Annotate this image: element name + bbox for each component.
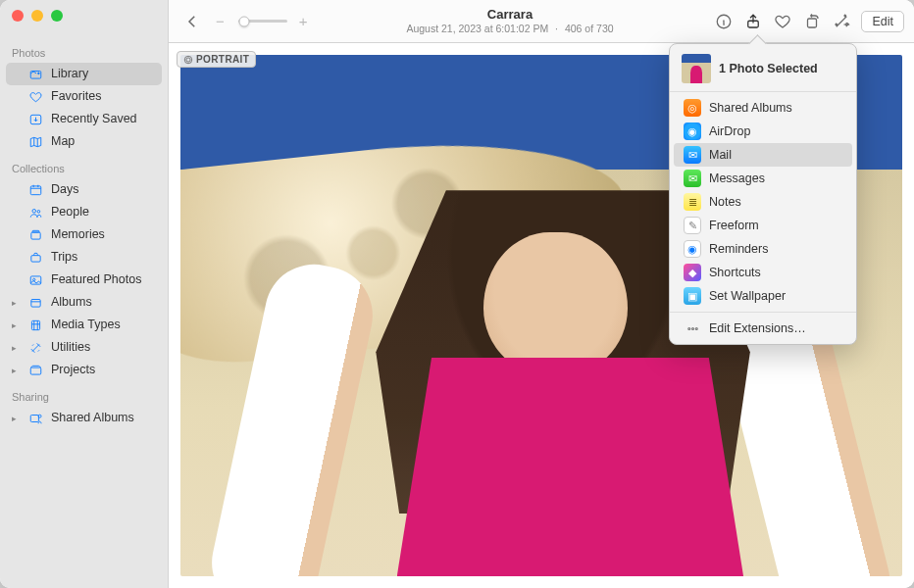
memories-icon	[27, 228, 43, 242]
sidebar-item-shared-albums[interactable]: ▸ Shared Albums	[6, 407, 162, 429]
sidebar-item-media-types[interactable]: ▸ Media Types	[6, 314, 162, 336]
svg-rect-6	[30, 232, 39, 239]
sidebar-item-label: Memories	[51, 226, 105, 243]
share-item-label: Notes	[709, 195, 741, 209]
chevron-right-icon[interactable]: ▸	[12, 362, 17, 378]
share-item-airdrop[interactable]: ◉ AirDrop	[674, 120, 852, 143]
heart-icon	[27, 90, 43, 104]
share-item-label: Edit Extensions…	[709, 321, 806, 335]
sidebar-item-projects[interactable]: ▸ Projects	[6, 359, 162, 381]
sidebar-item-albums[interactable]: ▸ Albums	[6, 291, 162, 314]
share-item-notes[interactable]: ≣ Notes	[674, 190, 852, 214]
share-item-shared-albums[interactable]: ◎ Shared Albums	[674, 96, 852, 120]
people-icon	[27, 206, 43, 220]
svg-point-21	[687, 327, 689, 329]
sidebar-item-map[interactable]: Map	[6, 130, 162, 153]
share-item-freeform[interactable]: ✎ Freeform	[674, 214, 852, 237]
zoom-window-button[interactable]	[51, 10, 63, 22]
sidebar-item-favorites[interactable]: Favorites	[6, 85, 162, 108]
freeform-icon: ✎	[684, 217, 701, 234]
notes-icon: ≣	[684, 193, 701, 211]
share-item-set-wallpaper[interactable]: ▣ Set Wallpaper	[674, 284, 852, 308]
sidebar-item-label: Recently Saved	[51, 111, 137, 127]
airdrop-icon: ◉	[684, 122, 701, 140]
photo-subtitle: August 21, 2023 at 6:01:02 PM · 406 of 7…	[316, 23, 705, 35]
share-item-label: Mail	[709, 148, 732, 162]
sidebar-section-photos-label: Photos	[0, 45, 168, 63]
wallpaper-icon: ▣	[684, 287, 701, 305]
sidebar-item-label: Media Types	[51, 317, 121, 333]
messages-icon: ✉	[684, 170, 701, 187]
chevron-right-icon[interactable]: ▸	[12, 317, 17, 333]
download-icon	[27, 113, 43, 126]
sidebar-item-label: Days	[51, 181, 78, 198]
svg-point-19	[186, 57, 190, 61]
chevron-right-icon[interactable]: ▸	[12, 410, 17, 426]
app-window: Photos Library Favorites Recently Saved …	[0, 0, 914, 588]
share-item-label: Shortcuts	[709, 266, 761, 279]
share-item-label: Messages	[709, 172, 765, 185]
info-button[interactable]	[710, 8, 737, 35]
popover-title: 1 Photo Selected	[719, 62, 818, 75]
reminders-icon: ◉	[684, 240, 701, 258]
suitcase-icon	[27, 251, 43, 265]
favorite-button[interactable]	[769, 8, 796, 35]
share-button[interactable]	[739, 8, 767, 35]
svg-point-23	[695, 327, 697, 329]
sidebar-item-days[interactable]: Days	[6, 178, 162, 201]
portrait-badge: PORTRAIT	[177, 51, 256, 68]
svg-rect-8	[30, 255, 39, 261]
rotate-button[interactable]	[798, 8, 826, 35]
sidebar-item-trips[interactable]: Trips	[6, 246, 162, 269]
chevron-right-icon[interactable]: ▸	[12, 339, 17, 356]
projects-icon	[27, 364, 43, 377]
share-item-label: Reminders	[709, 242, 768, 256]
sidebar-item-label: Library	[51, 66, 88, 82]
svg-rect-11	[30, 299, 39, 307]
sidebar-item-people[interactable]: People	[6, 201, 162, 223]
popover-thumbnail	[682, 54, 711, 83]
share-item-shortcuts[interactable]: ◆ Shortcuts	[674, 261, 852, 284]
svg-point-22	[691, 327, 693, 329]
sidebar-item-memories[interactable]: Memories	[6, 223, 162, 246]
share-item-messages[interactable]: ✉ Messages	[674, 167, 852, 190]
toolbar: − + Carrara August 21, 2023 at 6:01:02 P…	[169, 0, 914, 43]
sidebar-item-label: Projects	[51, 362, 95, 378]
sidebar-item-utilities[interactable]: ▸ Utilities	[6, 336, 162, 359]
main-content: − + Carrara August 21, 2023 at 6:01:02 P…	[169, 0, 914, 588]
share-item-label: Shared Albums	[709, 101, 792, 115]
sidebar-item-label: People	[51, 204, 89, 220]
minimize-window-button[interactable]	[31, 10, 43, 22]
zoom-plus-icon[interactable]: +	[297, 13, 310, 29]
svg-point-20	[184, 56, 192, 64]
album-icon	[27, 296, 43, 310]
svg-rect-14	[30, 415, 38, 421]
media-icon	[27, 318, 43, 332]
sidebar-item-library[interactable]: Library	[6, 63, 162, 85]
edit-button[interactable]: Edit	[861, 11, 904, 32]
svg-rect-13	[30, 368, 41, 374]
zoom-minus-icon[interactable]: −	[212, 13, 228, 29]
photo-icon	[27, 273, 43, 287]
share-item-edit-extensions[interactable]: Edit Extensions…	[674, 317, 852, 340]
close-window-button[interactable]	[12, 10, 24, 22]
shortcuts-icon: ◆	[684, 264, 701, 281]
auto-enhance-button[interactable]	[828, 8, 855, 35]
back-button[interactable]	[178, 8, 206, 35]
sidebar-item-label: Favorites	[51, 88, 101, 105]
share-item-mail[interactable]: ✉ Mail	[674, 143, 852, 167]
popover-header: 1 Photo Selected	[670, 44, 856, 91]
sidebar-item-featured-photos[interactable]: Featured Photos	[6, 269, 162, 291]
share-item-reminders[interactable]: ◉ Reminders	[674, 237, 852, 261]
svg-rect-12	[31, 320, 39, 329]
svg-point-4	[32, 209, 36, 213]
zoom-slider[interactable]	[238, 20, 287, 23]
svg-point-5	[37, 210, 40, 213]
chevron-right-icon[interactable]: ▸	[12, 294, 17, 311]
share-item-label: Freeform	[709, 219, 759, 232]
photo-title: Carrara	[316, 7, 705, 23]
sidebar-item-label: Utilities	[51, 339, 90, 356]
sidebar-section-sharing-label: Sharing	[0, 389, 168, 407]
sidebar-item-label: Map	[51, 133, 75, 150]
sidebar-item-recently-saved[interactable]: Recently Saved	[6, 108, 162, 130]
